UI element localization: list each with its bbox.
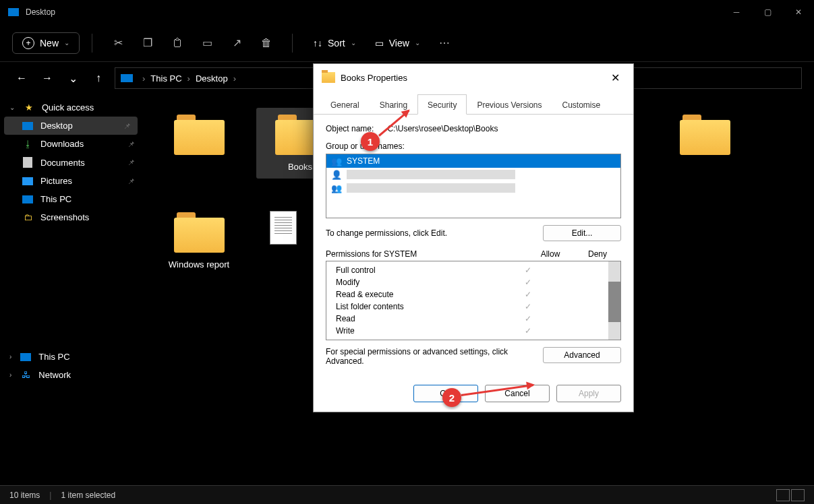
perm-row-write[interactable]: Write✓ (326, 325, 608, 337)
window-title: Desktop (26, 7, 55, 17)
perm-row-full[interactable]: Full control✓ (326, 264, 608, 276)
thispc-icon (20, 353, 31, 361)
paste-icon[interactable]: 📋︎ (164, 30, 191, 57)
view-menu[interactable]: ▭ View ⌄ (367, 38, 428, 49)
rename-icon[interactable]: ▭ (194, 30, 221, 57)
cut-icon[interactable]: ✂ (105, 30, 132, 57)
chevron-right-icon[interactable]: › (9, 371, 11, 379)
sidebar-item-label: This PC (40, 194, 71, 204)
sort-label: Sort (328, 38, 345, 49)
chevron-down-icon: ⌄ (351, 39, 356, 46)
annotation-callout-1: 1 (361, 132, 380, 151)
tab-security[interactable]: Security (417, 94, 467, 115)
sidebar-item-desktop[interactable]: Desktop 📌︎ (4, 117, 138, 135)
sidebar-network-root[interactable]: › 🖧 Network (0, 366, 142, 384)
copy-icon[interactable]: ❐ (134, 30, 161, 57)
sidebar-item-pictures[interactable]: Pictures 📌︎ (0, 172, 142, 190)
apply-button[interactable]: Apply (556, 385, 621, 402)
view-details-button[interactable] (776, 489, 790, 501)
group-row-system[interactable]: 👥 SYSTEM (326, 154, 620, 168)
perm-row-read[interactable]: Read✓ (326, 313, 608, 325)
sidebar-item-screenshots[interactable]: 🗀 Screenshots (0, 208, 142, 226)
breadcrumb-current[interactable]: Desktop (196, 73, 228, 84)
check-icon: ✓ (504, 278, 552, 287)
chevron-right-icon: › (233, 73, 236, 84)
status-bar: 10 items | 1 item selected (0, 485, 814, 504)
perm-row-modify[interactable]: Modify✓ (326, 276, 608, 288)
check-icon: ✓ (504, 302, 552, 311)
sidebar-item-documents[interactable]: Documents 📌︎ (0, 153, 142, 172)
users-icon: 👥 (330, 156, 343, 166)
pictures-icon (22, 177, 33, 185)
breadcrumb-root[interactable]: This PC (150, 73, 181, 84)
change-permissions-hint: To change permissions, click Edit. (326, 228, 543, 238)
user-icon: 👤 (330, 169, 343, 180)
chevron-down-icon: ⌄ (415, 39, 420, 46)
dialog-title-bar[interactable]: Books Properties ✕ (314, 64, 633, 91)
delete-icon[interactable]: 🗑︎ (253, 30, 280, 57)
star-icon: ★ (23, 102, 35, 113)
view-icons-button[interactable] (791, 489, 805, 501)
annotation-callout-2: 2 (442, 388, 461, 407)
folder-icon (680, 115, 730, 155)
tab-general[interactable]: General (320, 94, 370, 115)
group-listbox[interactable]: 👥 SYSTEM 👤 👥 (326, 154, 621, 218)
chevron-right-icon: › (187, 73, 190, 84)
sidebar-thispc-root[interactable]: › This PC (0, 348, 142, 366)
permissions-for-label: Permissions for SYSTEM (326, 249, 527, 259)
permissions-listbox[interactable]: Full control✓ Modify✓ Read & execute✓ Li… (326, 261, 621, 340)
view-label: View (389, 38, 409, 49)
perm-row-list[interactable]: List folder contents✓ (326, 301, 608, 313)
share-icon[interactable]: ↗ (223, 30, 250, 57)
chevron-right-icon: › (142, 73, 145, 84)
scrollbar[interactable] (608, 261, 620, 340)
sidebar-item-label: Screenshots (40, 212, 89, 222)
new-button[interactable]: + New ⌄ (12, 32, 80, 54)
quick-access-label: Quick access (42, 102, 94, 113)
sidebar: ⌄ ★ Quick access Desktop 📌︎ ⭳ Downloads … (0, 94, 142, 485)
chevron-down-icon[interactable]: ⌄ (9, 104, 15, 111)
folder-item[interactable] (155, 108, 243, 179)
sidebar-quick-access[interactable]: ⌄ ★ Quick access (0, 98, 142, 117)
folder-icon (322, 72, 335, 83)
new-label: New (40, 38, 59, 49)
tab-previous-versions[interactable]: Previous Versions (467, 94, 552, 115)
check-icon: ✓ (504, 265, 552, 275)
sort-menu[interactable]: ↑↓ Sort ⌄ (305, 38, 364, 49)
forward-button[interactable]: → (38, 72, 57, 84)
folder-icon (174, 115, 225, 155)
check-icon: ✓ (504, 326, 552, 336)
tab-customise[interactable]: Customise (552, 94, 610, 115)
folder-item[interactable] (661, 108, 749, 179)
sidebar-item-label: Pictures (40, 176, 72, 186)
pin-icon: 📌︎ (123, 122, 131, 130)
status-selected: 1 item selected (61, 491, 115, 500)
thispc-label: This PC (38, 352, 69, 362)
properties-dialog: Books Properties ✕ General Sharing Secur… (313, 63, 634, 412)
up-button[interactable]: ↑ (89, 72, 108, 84)
sidebar-item-thispc[interactable]: This PC (0, 190, 142, 208)
document-icon (23, 157, 32, 168)
back-button[interactable]: ← (12, 72, 31, 84)
status-item-count: 10 items (9, 491, 40, 500)
maximize-button[interactable]: ▢ (752, 0, 783, 24)
chevron-right-icon[interactable]: › (9, 353, 11, 360)
perm-row-readexec[interactable]: Read & execute✓ (326, 288, 608, 301)
edit-button[interactable]: Edit... (543, 225, 621, 241)
more-icon[interactable]: ⋯ (431, 30, 458, 57)
sidebar-item-downloads[interactable]: ⭳ Downloads 📌︎ (0, 135, 142, 153)
close-icon[interactable]: ✕ (606, 69, 625, 87)
title-bar: Desktop ─ ▢ ✕ (0, 0, 814, 24)
divider (92, 34, 92, 53)
group-row[interactable]: 👥 (326, 181, 620, 195)
group-row[interactable]: 👤 (326, 168, 620, 181)
close-button[interactable]: ✕ (783, 0, 814, 24)
sidebar-item-label: Documents (40, 158, 85, 168)
allow-header: Allow (527, 249, 574, 259)
advanced-button[interactable]: Advanced (543, 347, 621, 363)
history-dropdown[interactable]: ⌄ (63, 72, 82, 85)
folder-item-windows-report[interactable]: Windows report (155, 206, 243, 276)
file-item[interactable] (256, 206, 310, 276)
download-icon: ⭳ (22, 139, 34, 149)
minimize-button[interactable]: ─ (721, 0, 752, 24)
